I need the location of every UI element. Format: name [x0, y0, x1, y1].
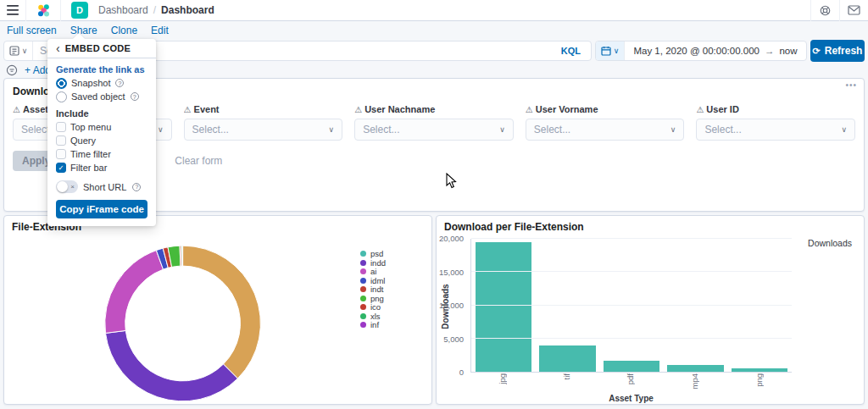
bar-band: [471, 239, 536, 372]
donut-slice-psd: [183, 246, 261, 379]
radio-control[interactable]: [56, 78, 67, 89]
legend-item-inf[interactable]: inf: [360, 321, 386, 329]
menu-button[interactable]: [0, 0, 25, 21]
panel-menu-button[interactable]: •••: [845, 80, 857, 90]
nav-link-clone[interactable]: Clone: [111, 25, 137, 36]
legend-item-ico[interactable]: ico: [360, 303, 386, 311]
calendar-icon: [601, 46, 611, 56]
legend-dot: [360, 251, 366, 257]
control-select-user-id[interactable]: Select...∨: [696, 119, 855, 141]
y-tick-label: 0: [436, 368, 464, 377]
page: D Dashboard / Dashboard Full screenShare…: [0, 0, 868, 409]
radio-saved-object[interactable]: Saved object?: [56, 91, 147, 102]
date-range-end[interactable]: now: [779, 46, 797, 56]
date-range-display[interactable]: May 1, 2020 @ 00:00:00.000 → now: [625, 46, 806, 56]
radio-snapshot[interactable]: Snapshot?: [56, 77, 147, 89]
date-picker: ∨ May 1, 2020 @ 00:00:00.000 → now: [595, 41, 807, 61]
saved-query-icon: [9, 46, 19, 56]
control-field-label: ⚠Event: [184, 104, 343, 114]
legend-dot: [360, 286, 366, 292]
date-quick-select-button[interactable]: ∨: [596, 41, 625, 60]
embed-code-popup: ‹ EMBED CODE Generate the link as Snapsh…: [47, 39, 156, 226]
back-icon[interactable]: ‹: [56, 42, 60, 54]
refresh-button[interactable]: ⟳ Refresh: [810, 40, 865, 62]
refresh-label: Refresh: [825, 45, 863, 57]
space-badge[interactable]: D: [71, 2, 88, 19]
bar-bars: [471, 239, 792, 372]
donut-legend: psdinddaiidmlindtpngicoxlsinf: [360, 250, 386, 329]
kql-toggle[interactable]: KQL: [551, 46, 591, 56]
bar-legend-item[interactable]: Downloads: [796, 238, 852, 248]
x-tick-label: mp4: [691, 373, 699, 389]
saved-query-button[interactable]: ∨: [4, 41, 33, 60]
legend-label: idml: [370, 277, 385, 285]
select-placeholder: Select...: [363, 124, 399, 135]
control-field-event: ⚠EventSelect...∨: [184, 104, 343, 141]
legend-dot: [360, 296, 366, 301]
help-button[interactable]: [810, 0, 839, 21]
legend-label: png: [370, 295, 384, 302]
checkbox-top-menu[interactable]: Top menu: [56, 121, 147, 133]
radio-control[interactable]: [56, 91, 67, 102]
checkbox-control[interactable]: [56, 122, 66, 132]
legend-item-ai[interactable]: ai: [360, 268, 386, 275]
legend-label: indd: [370, 259, 386, 267]
legend-item-idml[interactable]: idml: [360, 277, 386, 285]
legend-label: inf: [370, 321, 379, 329]
help-icon: ?: [115, 79, 124, 87]
checkbox-query[interactable]: Query: [56, 135, 147, 146]
warning-icon: ⚠: [13, 105, 20, 114]
control-select-event[interactable]: Select...∨: [184, 119, 343, 141]
legend-label: psd: [370, 250, 383, 257]
legend-item-indt[interactable]: indt: [360, 285, 386, 293]
control-field-label: ⚠User Vorname: [526, 104, 685, 114]
charts-row: File-Extension psdinddaiidmlindtpngicoxl…: [3, 215, 865, 405]
x-tick: pdf: [599, 373, 664, 393]
chevron-down-icon: ∨: [841, 126, 847, 134]
top-bar: D Dashboard / Dashboard: [0, 0, 868, 21]
breadcrumb-parent[interactable]: Dashboard: [98, 4, 148, 16]
include-section-label: Include: [56, 108, 147, 119]
panel-title: Download per File-Extension: [444, 221, 584, 233]
bar-plot: [470, 239, 792, 373]
bar-band: [727, 239, 792, 372]
arrow-right-icon: →: [765, 46, 775, 56]
nav-link-share[interactable]: Share: [70, 25, 97, 36]
newsfeed-button[interactable]: [839, 0, 868, 21]
warning-icon: ⚠: [184, 105, 192, 114]
legend-item-psd[interactable]: psd: [360, 250, 386, 257]
refresh-icon: ⟳: [813, 46, 821, 57]
toggle-off-icon: ×: [70, 183, 75, 191]
checkbox-time-filter[interactable]: Time filter: [56, 148, 147, 160]
legend-item-xls[interactable]: xls: [360, 312, 386, 320]
short-url-toggle[interactable]: ×: [56, 180, 78, 193]
nav-link-edit[interactable]: Edit: [151, 25, 169, 36]
date-range-start[interactable]: May 1, 2020 @ 00:00:00.000: [633, 46, 760, 56]
checkbox-control[interactable]: [56, 135, 66, 146]
x-tick: jpg: [470, 373, 535, 393]
nav-link-full-screen[interactable]: Full screen: [7, 25, 57, 36]
control-select-user-nachname[interactable]: Select...∨: [354, 119, 514, 141]
gridline: [471, 271, 792, 272]
checkbox-group: Top menuQueryTime filter✓Filter bar: [56, 121, 147, 174]
legend-label: ico: [370, 303, 381, 311]
legend-item-indd[interactable]: indd: [360, 259, 386, 267]
checkbox-label: Query: [70, 135, 96, 146]
legend-item-png[interactable]: png: [360, 295, 386, 302]
x-tick: png: [727, 373, 792, 393]
gridline: [471, 338, 792, 339]
select-placeholder: Select...: [534, 124, 570, 135]
legend-label: indt: [370, 285, 383, 293]
checkbox-filter-bar[interactable]: ✓Filter bar: [56, 162, 147, 174]
clear-form-link[interactable]: Clear form: [175, 155, 222, 167]
checkbox-control[interactable]: [56, 149, 66, 159]
filter-menu-icon[interactable]: [6, 64, 18, 76]
chevron-down-icon: ∨: [614, 47, 620, 55]
control-select-user-vorname[interactable]: Select...∨: [526, 119, 685, 141]
x-axis-title: Asset Type: [470, 394, 792, 403]
chevron-down-icon: ∨: [329, 126, 335, 134]
menu-icon: [7, 5, 19, 15]
copy-iframe-button[interactable]: Copy iFrame code: [56, 200, 147, 218]
checkbox-control[interactable]: ✓: [56, 163, 66, 173]
home-logo-button[interactable]: [26, 0, 60, 21]
